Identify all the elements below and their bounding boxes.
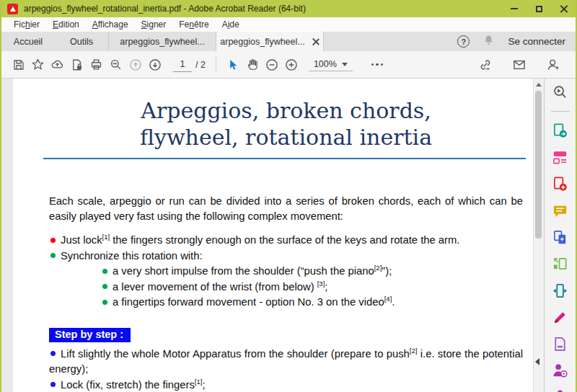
page-number-input[interactable]: 1 bbox=[173, 58, 192, 72]
purple-page-icon bbox=[552, 336, 568, 352]
collapse-tools-panel-icon[interactable] bbox=[535, 358, 539, 365]
toolbar-right-group bbox=[475, 55, 568, 74]
menu-bar: Fichier Edition Affichage Signer Fenêtre… bbox=[1, 17, 576, 32]
menu-fenetre[interactable]: Fenêtre bbox=[172, 19, 215, 30]
search-tools-button[interactable] bbox=[552, 84, 568, 100]
blue-bullet-icon bbox=[50, 351, 56, 356]
search-icon bbox=[109, 58, 123, 71]
cursor-arrow-icon bbox=[226, 58, 239, 71]
menu-fichier[interactable]: Fichier bbox=[7, 19, 46, 30]
envelope-icon bbox=[512, 58, 527, 72]
favorite-star-button[interactable] bbox=[28, 55, 48, 74]
protect-file-button[interactable] bbox=[67, 55, 87, 74]
compress-pdf-icon bbox=[552, 282, 568, 299]
maximize-icon bbox=[536, 6, 542, 12]
sign-in-button[interactable]: Se connecter bbox=[508, 36, 565, 47]
plus-circle-icon bbox=[284, 58, 299, 72]
person-signature-icon bbox=[552, 362, 568, 379]
compress-pdf-button[interactable] bbox=[552, 282, 568, 299]
zoom-level-dropdown[interactable]: 100% bbox=[309, 58, 353, 71]
share-link-button[interactable] bbox=[475, 55, 495, 74]
edit-pdf-button[interactable] bbox=[552, 149, 568, 166]
pdf-page: Arpeggios, broken chords, flywheel, rota… bbox=[13, 79, 533, 392]
tab-close-icon[interactable] bbox=[312, 38, 320, 45]
export-pdf-button[interactable] bbox=[552, 122, 568, 139]
help-icon[interactable]: ? bbox=[457, 35, 470, 48]
rail-divider bbox=[551, 111, 570, 112]
next-page-button[interactable] bbox=[145, 55, 164, 74]
select-tool-button[interactable] bbox=[224, 55, 243, 74]
magnifier-arrow-icon bbox=[552, 84, 568, 100]
blue-bullet-icon bbox=[50, 382, 56, 387]
tab-bar: Accueil Outils arpeggios_flywheel... arp… bbox=[1, 32, 576, 51]
tab-document-2-active[interactable]: arpeggios_flywheel... bbox=[216, 32, 324, 51]
export-pdf-icon bbox=[552, 122, 568, 139]
bullet-list: Just lock[1] the fingers strongly enough… bbox=[49, 233, 523, 311]
fill-sign-button[interactable] bbox=[552, 309, 568, 326]
green-bullet-icon bbox=[102, 269, 107, 274]
print-button[interactable] bbox=[87, 55, 106, 74]
red-bullet-icon bbox=[50, 238, 56, 243]
tab-outils[interactable]: Outils bbox=[55, 32, 108, 51]
send-email-button[interactable] bbox=[509, 55, 529, 74]
menu-edition[interactable]: Edition bbox=[46, 19, 86, 30]
previous-page-button[interactable] bbox=[125, 55, 145, 74]
profile-button[interactable] bbox=[543, 55, 563, 74]
main-toolbar: 1 / 2 100% bbox=[1, 51, 576, 79]
create-pdf-button[interactable] bbox=[552, 176, 568, 192]
zoom-out-button[interactable] bbox=[263, 55, 282, 74]
combine-files-button[interactable] bbox=[552, 229, 568, 246]
vertical-scrollbar[interactable] bbox=[533, 79, 544, 392]
green-bullet-icon bbox=[102, 300, 107, 305]
list-item: a very short impulse from the shoulder (… bbox=[101, 264, 523, 280]
cloud-upload-icon bbox=[50, 58, 64, 71]
list-item: Lock (fix, stretch) the fingers[1]; bbox=[49, 378, 523, 392]
close-button[interactable] bbox=[551, 0, 576, 17]
green-bullet-icon bbox=[50, 253, 56, 258]
tools-rail bbox=[544, 79, 576, 392]
find-button[interactable] bbox=[106, 55, 125, 74]
menu-aide[interactable]: Aide bbox=[216, 19, 246, 30]
comment-button[interactable] bbox=[552, 202, 568, 219]
menu-affichage[interactable]: Affichage bbox=[86, 19, 135, 30]
zoom-in-button[interactable] bbox=[282, 55, 301, 74]
maximize-button[interactable] bbox=[527, 0, 551, 17]
more-tools-button[interactable] bbox=[371, 63, 384, 66]
request-signatures-button[interactable] bbox=[552, 362, 568, 379]
acrobat-window: arpeggios_flywheel_rotational_inertia.pd… bbox=[0, 0, 577, 392]
notifications-bell-icon[interactable] bbox=[483, 34, 495, 49]
organize-pages-icon bbox=[552, 256, 568, 272]
window-controls bbox=[502, 0, 576, 17]
scan-ocr-button[interactable] bbox=[552, 336, 568, 352]
title-rule bbox=[43, 158, 526, 159]
tab-document-1[interactable]: arpeggios_flywheel... bbox=[108, 32, 216, 51]
close-icon bbox=[560, 5, 568, 13]
minus-circle-icon bbox=[265, 58, 279, 72]
combine-files-icon bbox=[552, 229, 568, 246]
green-bullet-icon bbox=[102, 284, 107, 289]
list-item: Lift slightly the whole Motor Apparatus … bbox=[49, 347, 523, 378]
partial-tool-button[interactable] bbox=[552, 389, 568, 392]
window-title: arpeggios_flywheel_rotational_inertia.pd… bbox=[24, 4, 306, 14]
zoom-level-value: 100% bbox=[314, 59, 337, 69]
list-item: Just lock[1] the fingers strongly enough… bbox=[49, 233, 523, 249]
document-pane: Arpeggios, broken chords, flywheel, rota… bbox=[1, 79, 533, 392]
person-add-icon bbox=[546, 58, 560, 72]
hand-tool-button[interactable] bbox=[243, 55, 263, 74]
save-button[interactable] bbox=[9, 55, 28, 74]
page-count-label: / 2 bbox=[195, 60, 206, 70]
save-icon bbox=[12, 58, 25, 71]
document-title: Arpeggios, broken chords, flywheel, rota… bbox=[49, 97, 523, 151]
organize-pages-button[interactable] bbox=[552, 256, 568, 272]
arrow-up-circle-icon bbox=[128, 58, 143, 72]
share-cloud-button[interactable] bbox=[48, 55, 67, 74]
tab-accueil[interactable]: Accueil bbox=[1, 32, 55, 51]
menu-signer[interactable]: Signer bbox=[135, 19, 173, 30]
star-icon bbox=[31, 58, 45, 71]
chevron-down-icon bbox=[342, 63, 348, 66]
scrollbar-thumb[interactable] bbox=[535, 91, 542, 239]
edit-pdf-icon bbox=[552, 149, 568, 166]
minimize-button[interactable] bbox=[502, 0, 527, 17]
list-item: a lever movement of the wrist (from belo… bbox=[101, 280, 523, 295]
scroll-up-arrow-icon[interactable] bbox=[536, 83, 542, 86]
